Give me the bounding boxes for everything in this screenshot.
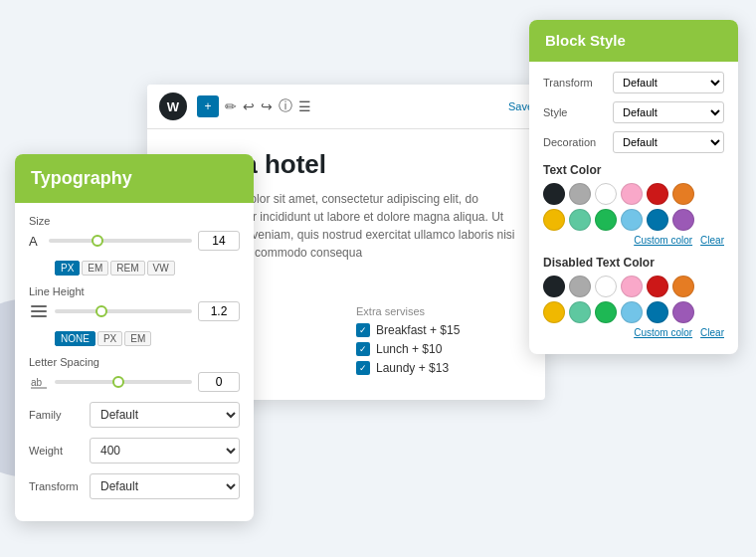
line-height-unit-buttons: NONE PX EM [55,331,151,346]
text-color-2[interactable] [595,183,617,205]
text-color-3[interactable] [621,183,643,205]
pencil-icon[interactable]: ✏ [225,98,237,114]
transform-label: Transform [29,480,84,492]
bs-transform-row: Transform Default [543,72,724,93]
disabled-color-3[interactable] [621,276,643,297]
weight-row: Weight 400 [29,438,240,464]
menu-icon[interactable]: ☰ [298,98,311,114]
weight-label: Weight [29,445,84,457]
bs-transform-select[interactable]: Default [613,72,724,93]
text-color-1[interactable] [569,209,591,231]
letter-spacing-slider-thumb[interactable] [112,376,124,388]
checkbox-5[interactable]: ✓ [356,342,370,356]
disabled-color-5[interactable] [672,276,694,297]
size-unit-em[interactable]: EM [82,261,108,276]
bs-decoration-label: Decoration [543,136,613,148]
letter-spacing-row: ab [29,372,240,392]
disabled-color-2[interactable] [595,301,617,323]
text-color-grid-row1 [543,183,724,205]
weight-section: Weight 400 [29,438,240,464]
checkbox-4[interactable]: ✓ [356,323,370,337]
text-color-5[interactable] [672,183,694,205]
letter-spacing-slider[interactable] [55,380,192,384]
list-item: ✓ Lunch + $10 [356,342,521,356]
letter-spacing-label: Letter Spacing [29,356,240,368]
text-color-3[interactable] [621,209,643,231]
text-color-links: Custom color Clear [543,235,724,246]
weight-select[interactable]: 400 [90,438,240,464]
size-row: A [29,231,240,251]
size-input[interactable] [198,231,240,251]
disabled-color-grid-row1 [543,276,724,297]
text-color-grid-row2 [543,209,724,231]
text-color-label: Text Color [543,163,724,177]
disabled-color-4[interactable] [647,276,668,297]
svg-text:ab: ab [31,377,43,388]
disabled-color-0[interactable] [543,301,565,323]
checkbox-6[interactable]: ✓ [356,361,370,375]
text-clear-link[interactable]: Clear [700,235,724,246]
list-item: ✓ Breakfast + $15 [356,323,521,337]
family-select[interactable]: Default [90,402,240,428]
add-block-button[interactable]: + [197,95,219,117]
disabled-color-1[interactable] [569,301,591,323]
bs-decoration-select[interactable]: Default [613,131,724,153]
size-unit-rem[interactable]: REM [110,261,144,276]
line-height-unit-em[interactable]: EM [124,331,151,346]
letter-spacing-section: Letter Spacing ab [29,356,240,392]
redo-icon[interactable]: ↪ [261,98,273,114]
text-color-2[interactable] [595,209,617,231]
list-item: ✓ Laundy + $13 [356,361,521,375]
disabled-clear-link[interactable]: Clear [700,327,724,338]
line-height-label: Line Height [29,285,240,297]
text-color-4[interactable] [647,209,668,231]
transform-select[interactable]: Default [90,473,240,499]
wp-logo: W [159,93,187,120]
bs-style-select[interactable]: Default [613,101,724,123]
text-color-4[interactable] [647,183,668,205]
line-height-slider[interactable] [55,309,192,313]
letter-spacing-input[interactable] [198,372,240,392]
disabled-color-3[interactable] [621,301,643,323]
size-slider-thumb[interactable] [92,235,103,247]
line-height-slider-thumb[interactable] [95,305,107,317]
family-label: Family [29,409,84,421]
typography-title: Typography [31,168,132,188]
typography-panel: Typography Size A PX EM REM VW [15,154,254,521]
item-label: Breakfast + $15 [376,323,460,337]
disabled-custom-color-link[interactable]: Custom color [634,327,692,338]
line-height-icon [29,303,49,319]
undo-icon[interactable]: ↩ [243,98,255,114]
size-slider[interactable] [49,239,192,243]
size-label: Size [29,215,240,227]
size-unit-px[interactable]: PX [55,261,80,276]
text-color-0[interactable] [543,209,565,231]
disabled-color-4[interactable] [647,301,668,323]
text-color-0[interactable] [543,183,565,205]
block-style-header: Block Style [529,20,738,62]
disabled-color-grid-row2 [543,301,724,323]
size-units-row: PX EM REM VW [29,261,240,276]
block-style-panel: Block Style Transform Default Style Defa… [529,20,738,354]
col2: Extra servises ✓ Breakfast + $15 ✓ Lunch… [356,305,521,380]
line-height-input[interactable] [198,301,240,321]
editor-topbar: W + ✏ ↩ ↪ ⓘ ☰ Save [147,85,545,129]
text-color-1[interactable] [569,183,591,205]
line-height-section: Line Height NONE PX [29,285,240,346]
editor-toolbar: + ✏ ↩ ↪ ⓘ ☰ [197,95,498,117]
disabled-color-1[interactable] [569,276,591,297]
letter-spacing-icon: ab [29,374,49,390]
text-color-5[interactable] [672,209,694,231]
text-custom-color-link[interactable]: Custom color [634,235,692,246]
disabled-color-5[interactable] [672,301,694,323]
size-section: Size A PX EM REM VW [29,215,240,276]
typography-body: Size A PX EM REM VW Line Height [15,203,254,521]
line-height-unit-none[interactable]: NONE [55,331,95,346]
svg-rect-2 [31,315,47,317]
disabled-color-2[interactable] [595,276,617,297]
line-height-unit-px[interactable]: PX [97,331,122,346]
disabled-color-0[interactable] [543,276,565,297]
info-icon[interactable]: ⓘ [279,97,292,115]
bs-transform-label: Transform [543,77,613,89]
size-unit-vw[interactable]: VW [147,261,175,276]
